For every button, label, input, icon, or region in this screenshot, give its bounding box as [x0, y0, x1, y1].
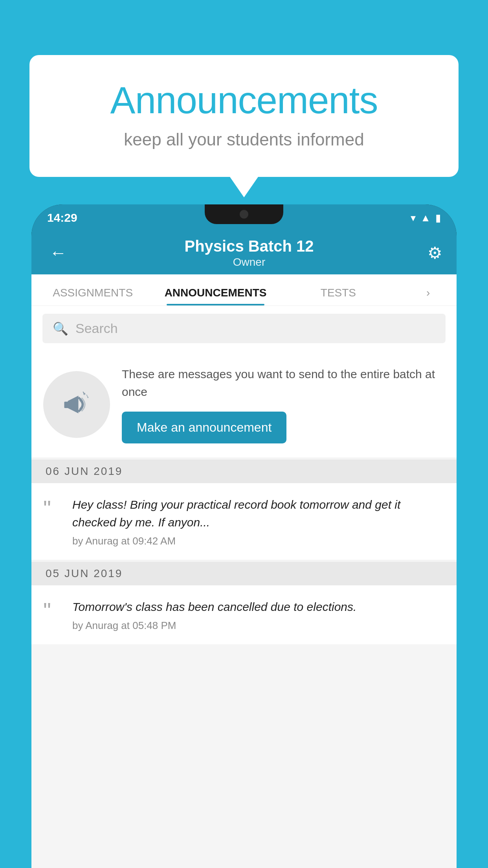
tab-announcements[interactable]: ANNOUNCEMENTS [154, 287, 277, 305]
announcement-body-2: Tomorrow's class has been cancelled due … [72, 598, 356, 632]
search-bar-container: 🔍 Search [31, 306, 457, 351]
make-announcement-button[interactable]: Make an announcement [122, 412, 286, 443]
phone-frame: 14:29 ▾ ▲ ▮ ← Physics Batch 12 Owner ⚙ A… [31, 204, 457, 868]
megaphone-icon-circle [43, 371, 110, 438]
batch-role: Owner [184, 256, 314, 268]
speech-bubble-container: Announcements keep all your students inf… [29, 55, 459, 177]
announcements-subtitle: keep all your students informed [61, 130, 427, 149]
tabs-bar: ASSIGNMENTS ANNOUNCEMENTS TESTS › [31, 274, 457, 306]
announcement-text-1: Hey class! Bring your practical record b… [72, 496, 445, 531]
phone-camera [240, 210, 248, 219]
svg-rect-1 [64, 401, 69, 408]
prompt-description: These are messages you want to send to t… [122, 365, 445, 401]
date-separator-1: 06 JUN 2019 [31, 460, 457, 483]
svg-line-5 [86, 394, 88, 397]
announcement-meta-2: by Anurag at 05:48 PM [72, 620, 356, 632]
search-icon: 🔍 [53, 321, 68, 336]
phone-wrapper: 14:29 ▾ ▲ ▮ ← Physics Batch 12 Owner ⚙ A… [31, 204, 457, 868]
back-button[interactable]: ← [46, 239, 71, 267]
date-separator-2: 05 JUN 2019 [31, 562, 457, 585]
announcement-text-2: Tomorrow's class has been cancelled due … [72, 598, 356, 616]
announcement-body-1: Hey class! Bring your practical record b… [72, 496, 445, 547]
quote-icon-2: " [43, 600, 63, 622]
settings-icon[interactable]: ⚙ [427, 243, 442, 263]
announcement-prompt-right: These are messages you want to send to t… [122, 365, 445, 443]
status-time: 14:29 [47, 211, 77, 224]
tab-more[interactable]: › [400, 287, 457, 305]
quote-icon-1: " [43, 497, 63, 519]
app-bar-title: Physics Batch 12 Owner [184, 237, 314, 268]
megaphone-svg [59, 387, 94, 422]
tab-tests[interactable]: TESTS [277, 287, 400, 305]
search-placeholder: Search [75, 321, 118, 336]
announcement-meta-1: by Anurag at 09:42 AM [72, 535, 445, 547]
svg-marker-0 [68, 395, 79, 413]
announcement-item-2[interactable]: " Tomorrow's class has been cancelled du… [31, 585, 457, 644]
announcements-title: Announcements [61, 79, 427, 122]
announcement-item-1[interactable]: " Hey class! Bring your practical record… [31, 483, 457, 560]
battery-icon: ▮ [435, 212, 441, 224]
status-icons: ▾ ▲ ▮ [411, 212, 441, 224]
speech-bubble: Announcements keep all your students inf… [29, 55, 459, 177]
announcement-prompt: These are messages you want to send to t… [31, 351, 457, 458]
batch-name: Physics Batch 12 [184, 237, 314, 255]
tab-assignments[interactable]: ASSIGNMENTS [31, 287, 154, 305]
app-bar: ← Physics Batch 12 Owner ⚙ [31, 231, 457, 274]
phone-notch [205, 204, 283, 224]
search-bar[interactable]: 🔍 Search [42, 314, 446, 343]
wifi-icon: ▾ [411, 212, 416, 224]
phone-content: 🔍 Search [31, 306, 457, 868]
signal-icon: ▲ [420, 212, 431, 224]
